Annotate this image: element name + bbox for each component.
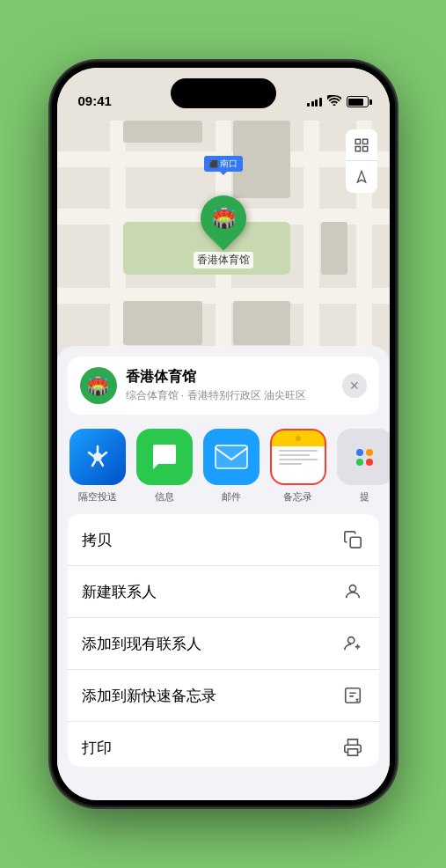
messages-label: 信息: [155, 490, 174, 504]
action-copy[interactable]: 拷贝: [68, 514, 379, 566]
print-icon: [340, 735, 365, 760]
phone-frame: 09:41: [52, 63, 395, 805]
svg-rect-6: [350, 537, 361, 548]
svg-point-8: [347, 637, 354, 644]
quick-note-icon: [340, 683, 365, 708]
battery-icon: [347, 96, 369, 107]
svg-rect-1: [362, 139, 367, 143]
map-building: [123, 121, 202, 143]
action-list: 拷贝 新建联系人: [68, 514, 379, 767]
svg-rect-10: [347, 749, 357, 755]
battery-fill: [348, 99, 363, 106]
more-icon: [337, 429, 390, 485]
share-item-mail[interactable]: 邮件: [203, 429, 260, 504]
svg-rect-0: [355, 139, 360, 143]
svg-rect-5: [216, 445, 247, 468]
airdrop-icon: [69, 429, 126, 485]
action-print-label: 打印: [82, 738, 112, 758]
map-view-button[interactable]: [346, 129, 377, 161]
wifi-icon: [327, 95, 341, 108]
map-building: [233, 301, 290, 345]
stadium-marker: 🏟️ 香港体育馆: [194, 195, 253, 268]
venue-close-button[interactable]: ✕: [342, 373, 367, 398]
signal-bars-icon: [307, 98, 322, 107]
share-item-messages[interactable]: 信息: [136, 429, 193, 504]
signal-bar-3: [315, 99, 318, 107]
signal-bar-2: [311, 101, 314, 107]
copy-icon: [340, 527, 365, 552]
svg-point-4: [93, 452, 102, 461]
svg-point-7: [349, 585, 355, 592]
share-item-more[interactable]: 提: [337, 429, 390, 504]
mail-icon: [203, 429, 260, 485]
notes-label: 备忘录: [283, 490, 312, 504]
dynamic-island: [171, 78, 276, 108]
airdrop-label: 隔空投送: [78, 490, 117, 504]
status-icons: [307, 95, 369, 110]
bottom-sheet: 🏟️ 香港体育馆 综合体育馆 · 香港特别行政区 油尖旺区 ✕: [57, 346, 390, 800]
map-building: [123, 301, 202, 345]
signal-bar-1: [307, 103, 310, 107]
svg-rect-2: [355, 146, 360, 151]
stadium-icon: 🏟️: [211, 207, 235, 230]
action-print[interactable]: 打印: [68, 722, 379, 767]
venue-card: 🏟️ 香港体育馆 综合体育馆 · 香港特别行政区 油尖旺区 ✕: [68, 357, 379, 415]
action-copy-label: 拷贝: [82, 530, 112, 550]
map-controls: [346, 129, 377, 193]
share-item-notes[interactable]: 备忘录: [270, 429, 326, 504]
venue-name: 香港体育馆: [126, 368, 333, 386]
venue-icon: 🏟️: [80, 367, 117, 404]
signal-bar-4: [319, 98, 322, 107]
person-add-icon: [340, 631, 365, 656]
person-icon: [340, 579, 365, 604]
venue-description: 综合体育馆 · 香港特别行政区 油尖旺区: [126, 388, 333, 403]
action-add-existing-label: 添加到现有联系人: [82, 634, 201, 654]
venue-info: 香港体育馆 综合体育馆 · 香港特别行政区 油尖旺区: [126, 368, 333, 403]
map-building: [321, 222, 347, 275]
share-item-airdrop[interactable]: 隔空投送: [69, 429, 126, 504]
mail-label: 邮件: [222, 490, 241, 504]
stadium-map-label: 香港体育馆: [194, 252, 253, 268]
more-label: 提: [360, 490, 369, 504]
nankou-label: ⬛ 南口: [204, 156, 243, 172]
action-add-existing-contact[interactable]: 添加到现有联系人: [68, 618, 379, 670]
notes-icon: [270, 429, 326, 485]
status-time: 09:41: [78, 93, 112, 110]
share-row: 隔空投送 信息: [57, 422, 390, 511]
action-new-contact[interactable]: 新建联系人: [68, 566, 379, 618]
phone-screen: 09:41: [57, 68, 390, 800]
nankou-text: 南口: [220, 158, 238, 170]
messages-icon: [136, 429, 193, 485]
action-new-contact-label: 新建联系人: [82, 582, 157, 602]
action-quick-note-label: 添加到新快速备忘录: [82, 686, 216, 706]
stadium-pin: 🏟️: [191, 186, 256, 251]
action-add-quick-note[interactable]: 添加到新快速备忘录: [68, 670, 379, 722]
svg-rect-3: [362, 146, 367, 151]
location-button[interactable]: [346, 161, 377, 193]
